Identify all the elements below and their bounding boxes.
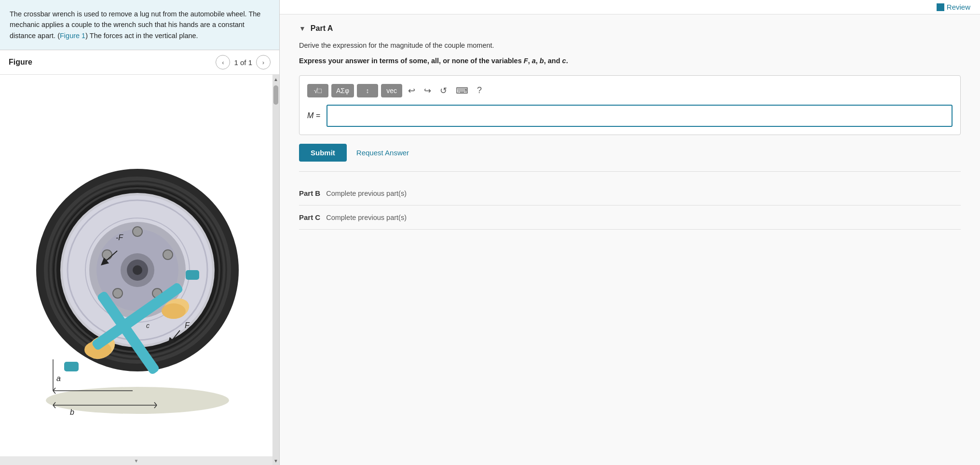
greek-symbols-button[interactable]: ΑΣφ — [331, 84, 354, 97]
help-button[interactable]: ? — [474, 83, 485, 97]
figure-bottom-scroll[interactable]: ▼ — [0, 456, 272, 465]
problem-text-end: ) The forces act in the vertical plane. — [85, 32, 198, 40]
left-panel: The crossbar wrench is used to remove a … — [0, 0, 280, 465]
svg-rect-27 — [186, 270, 199, 280]
top-bar: Review — [280, 0, 980, 14]
svg-point-16 — [113, 288, 122, 298]
part-a-instruction-bold: Express your answer in terms of some, al… — [299, 56, 961, 67]
math-input-field[interactable] — [327, 105, 953, 127]
scroll-down-arrow[interactable]: ▼ — [272, 456, 279, 465]
figure-title: Figure — [9, 58, 32, 67]
part-c-title: Part C — [299, 213, 320, 221]
right-panel: Review ▼ Part A Derive the expression fo… — [280, 0, 980, 465]
part-c-section: Part C Complete previous part(s) — [299, 205, 961, 230]
figure-prev-button[interactable]: ‹ — [216, 55, 230, 69]
svg-point-13 — [133, 227, 142, 236]
vec-button[interactable]: vec — [381, 84, 402, 97]
figure-link[interactable]: Figure 1 — [60, 32, 85, 40]
svg-point-17 — [102, 250, 112, 260]
action-row: Submit Request Answer — [299, 144, 961, 162]
figure-next-button[interactable]: › — [256, 55, 271, 69]
svg-text:-F: -F — [116, 233, 123, 242]
answer-box: √□ ΑΣφ ↕ vec ↩ ↪ ↺ ⌨ ? M = — [299, 75, 961, 135]
svg-line-36 — [53, 391, 55, 394]
part-a-title: Part A — [311, 24, 333, 33]
input-label: M = — [307, 111, 322, 120]
part-a-instruction: Derive the expression for the magnitude … — [299, 41, 961, 51]
arrows-button[interactable]: ↕ — [357, 84, 378, 97]
request-answer-link[interactable]: Request Answer — [356, 149, 409, 157]
input-row: M = — [307, 105, 953, 127]
review-icon — [937, 3, 944, 11]
review-label: Review — [947, 3, 970, 11]
content-area: ▼ Part A Derive the expression for the m… — [280, 14, 980, 239]
part-b-title: Part B — [299, 189, 320, 197]
redo-button[interactable]: ↪ — [421, 83, 434, 98]
refresh-button[interactable]: ↺ — [437, 83, 450, 98]
part-a-collapse-arrow[interactable]: ▼ — [299, 25, 306, 32]
submit-button[interactable]: Submit — [299, 144, 347, 162]
svg-text:a: a — [56, 374, 61, 383]
part-a-section: ▼ Part A Derive the expression for the m… — [299, 24, 961, 172]
svg-rect-26 — [64, 362, 79, 371]
svg-point-23 — [162, 303, 186, 319]
part-a-header: ▼ Part A — [299, 24, 961, 33]
svg-point-14 — [163, 250, 173, 260]
figure-nav: ‹ 1 of 1 › — [216, 55, 271, 69]
scroll-thumb[interactable] — [273, 85, 278, 105]
figure-header: Figure ‹ 1 of 1 › — [0, 50, 279, 75]
svg-point-12 — [133, 265, 142, 275]
problem-text-box: The crossbar wrench is used to remove a … — [0, 0, 279, 50]
figure-scrollbar[interactable]: ▲ ▼ — [272, 75, 279, 465]
undo-button[interactable]: ↩ — [405, 83, 418, 98]
review-link[interactable]: Review — [937, 3, 970, 11]
svg-text:F: F — [185, 321, 190, 329]
fraction-sqrt-button[interactable]: √□ — [307, 84, 328, 97]
svg-text:b: b — [70, 408, 74, 416]
svg-text:c: c — [146, 322, 150, 329]
wheel-illustration: -F F c a b — [0, 75, 279, 465]
part-b-locked-text: Complete previous part(s) — [326, 190, 407, 197]
part-b-section: Part B Complete previous part(s) — [299, 181, 961, 205]
figure-image-area: ▲ ▼ — [0, 75, 279, 465]
part-c-locked-text: Complete previous part(s) — [326, 214, 407, 221]
math-toolbar: √□ ΑΣφ ↕ vec ↩ ↪ ↺ ⌨ ? — [307, 83, 953, 98]
keyboard-button[interactable]: ⌨ — [453, 83, 471, 98]
scroll-up-arrow[interactable]: ▲ — [272, 75, 279, 83]
figure-count: 1 of 1 — [234, 58, 252, 67]
